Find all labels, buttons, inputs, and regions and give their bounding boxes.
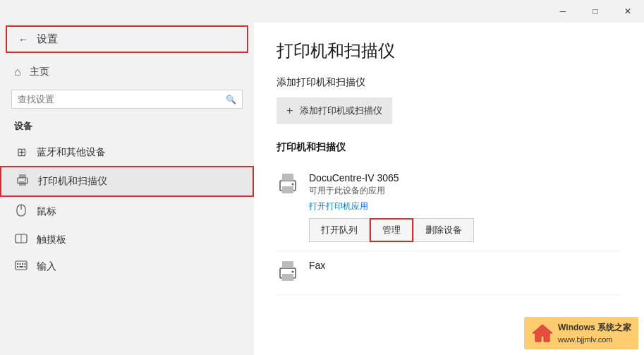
maximize-button[interactable]: □ xyxy=(579,0,612,23)
sidebar-section-label: 设备 xyxy=(0,117,254,138)
sidebar-item-input[interactable]: 输入 xyxy=(0,253,254,280)
printers-nav-label: 打印机和扫描仪 xyxy=(38,175,107,188)
mouse-label: 鼠标 xyxy=(37,205,56,218)
svg-rect-12 xyxy=(25,263,26,265)
fax-info: Fax xyxy=(309,260,621,272)
watermark: Windows 系统之家 www.bjjmlv.com xyxy=(524,317,638,350)
fax-printer-icon xyxy=(277,261,299,286)
sidebar-header: ← 设置 xyxy=(6,25,248,53)
search-input[interactable] xyxy=(18,94,226,104)
add-plus-icon: + xyxy=(286,104,293,117)
svg-rect-14 xyxy=(20,266,24,267)
svg-marker-24 xyxy=(533,325,552,342)
add-printer-label: 添加打印机或扫描仪 xyxy=(300,104,382,117)
svg-rect-1 xyxy=(19,174,26,178)
watermark-url: www.bjjmlv.com xyxy=(558,334,631,346)
minimize-button[interactable]: ─ xyxy=(547,0,579,23)
svg-rect-10 xyxy=(20,263,21,265)
svg-rect-18 xyxy=(282,186,293,193)
svg-point-19 xyxy=(292,183,294,186)
open-queue-button[interactable]: 打开队列 xyxy=(309,218,370,242)
main-container: ← 设置 ⌂ 主页 🔍 设备 ⊞ 蓝牙和其他设备 xyxy=(0,23,644,355)
svg-rect-9 xyxy=(17,263,18,265)
svg-rect-17 xyxy=(282,174,293,181)
sidebar-item-printers[interactable]: 打印机和扫描仪 xyxy=(0,166,254,197)
svg-rect-13 xyxy=(17,266,18,267)
docucentre-name: DocuCentre-IV 3065 xyxy=(309,172,621,183)
house-icon xyxy=(531,322,554,344)
bluetooth-icon: ⊞ xyxy=(14,145,28,159)
watermark-title: Windows 系统之家 xyxy=(558,321,631,334)
add-printer-button[interactable]: + 添加打印机或扫描仪 xyxy=(277,97,392,124)
svg-rect-11 xyxy=(22,263,23,265)
delete-device-button[interactable]: 删除设备 xyxy=(413,218,474,242)
docucentre-printer-icon xyxy=(277,174,299,198)
input-label: 输入 xyxy=(37,260,56,273)
sidebar-item-bluetooth[interactable]: ⊞ 蓝牙和其他设备 xyxy=(0,138,254,166)
docucentre-status: 可用于此设备的应用 xyxy=(309,185,621,197)
fax-name: Fax xyxy=(309,260,621,271)
bluetooth-label: 蓝牙和其他设备 xyxy=(37,146,106,159)
svg-point-23 xyxy=(292,271,294,273)
input-icon xyxy=(14,260,28,273)
sidebar-title: 设置 xyxy=(37,32,58,46)
docucentre-info: DocuCentre-IV 3065 可用于此设备的应用 打开打印机应用 打开队… xyxy=(309,172,621,242)
svg-rect-21 xyxy=(282,261,293,268)
sidebar-item-touchpad[interactable]: 触摸板 xyxy=(0,227,254,253)
touchpad-label: 触摸板 xyxy=(37,234,66,246)
mouse-icon xyxy=(14,204,28,219)
watermark-content: Windows 系统之家 www.bjjmlv.com xyxy=(531,321,631,346)
sidebar-item-mouse[interactable]: 鼠标 xyxy=(0,197,254,227)
sidebar-item-home[interactable]: ⌂ 主页 xyxy=(0,59,254,85)
svg-rect-22 xyxy=(282,274,293,281)
manage-button[interactable]: 管理 xyxy=(370,218,413,242)
search-icon: 🔍 xyxy=(226,95,236,104)
sidebar: ← 设置 ⌂ 主页 🔍 设备 ⊞ 蓝牙和其他设备 xyxy=(0,23,254,355)
printer-item-fax: Fax xyxy=(277,251,621,295)
content-area: 打印机和扫描仪 添加打印机和扫描仪 + 添加打印机或扫描仪 打印机和扫描仪 Do… xyxy=(254,23,644,355)
printers-section-title: 打印机和扫描仪 xyxy=(277,141,621,154)
touchpad-icon xyxy=(14,234,28,246)
svg-rect-8 xyxy=(16,261,27,270)
home-icon: ⌂ xyxy=(14,66,21,78)
home-label: 主页 xyxy=(30,66,49,78)
printer-item-docucentre: DocuCentre-IV 3065 可用于此设备的应用 打开打印机应用 打开队… xyxy=(277,164,621,251)
svg-point-3 xyxy=(25,179,26,181)
search-box: 🔍 xyxy=(11,90,243,109)
title-bar: ─ □ ✕ xyxy=(0,0,644,23)
printer-nav-icon xyxy=(16,174,30,188)
close-button[interactable]: ✕ xyxy=(612,0,644,23)
docucentre-actions: 打开队列 管理 删除设备 xyxy=(309,218,621,242)
svg-rect-15 xyxy=(25,266,26,267)
add-section-title: 添加打印机和扫描仪 xyxy=(277,76,621,89)
page-title: 打印机和扫描仪 xyxy=(277,40,621,62)
docucentre-open-app-link[interactable]: 打开打印机应用 xyxy=(309,201,368,211)
svg-rect-2 xyxy=(19,181,26,186)
watermark-text: Windows 系统之家 www.bjjmlv.com xyxy=(558,321,631,346)
back-button[interactable]: ← xyxy=(18,34,28,45)
